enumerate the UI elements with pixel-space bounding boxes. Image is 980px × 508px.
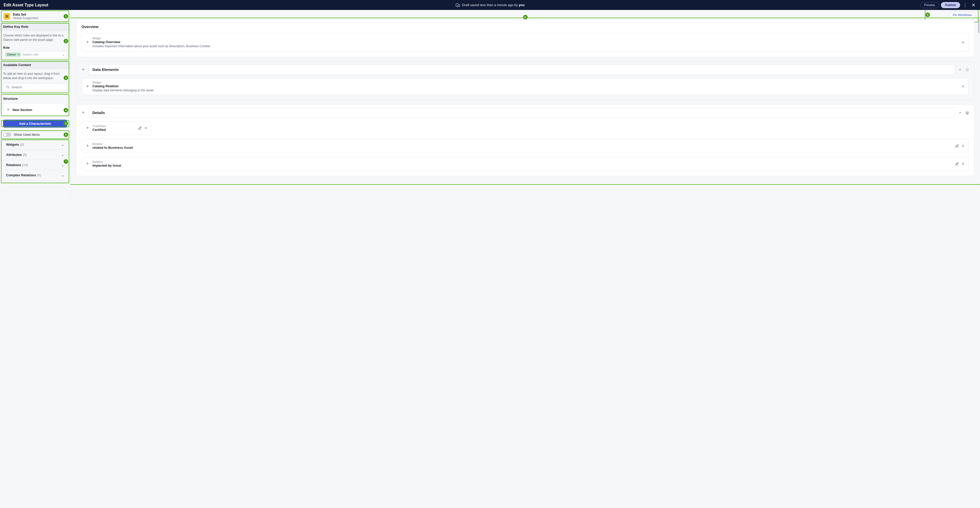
show-used-items-row[interactable]: Show Used Items [0, 130, 70, 139]
app-header: Edit Asset Type Layout Draft saved less … [0, 0, 980, 10]
edit-icon[interactable] [955, 162, 959, 165]
edit-icon[interactable] [955, 144, 959, 148]
page-title: Edit Asset Type Layout [3, 3, 48, 7]
section-title-details[interactable]: Details [89, 108, 955, 117]
define-key-role-helper: Choose which roles are displayed in the … [3, 33, 67, 42]
add-characteristic-button[interactable]: Add a Characteristic [3, 120, 67, 128]
section-data-elements: Data Elements [76, 61, 974, 100]
asset-name: Data Set [13, 13, 38, 16]
drag-icon [6, 108, 10, 111]
svg-point-3 [6, 86, 8, 88]
widget-kind: Widget [92, 37, 211, 40]
accordion-complex-relations[interactable]: Complex Relations (0) ⌄ [3, 170, 67, 180]
detail-title: related to Business Asset [92, 146, 133, 149]
search-input[interactable] [11, 85, 64, 89]
kebab-icon: ⋮ [963, 2, 967, 8]
role-label: Role [3, 46, 67, 49]
section-details: Details [76, 104, 974, 176]
cloud-icon [455, 3, 460, 7]
app-body: Data Set Global Assignment 1 Define Key … [0, 10, 980, 200]
new-section-label: New Section [13, 108, 32, 112]
remove-chip-icon[interactable]: ✕ [18, 53, 20, 56]
draft-status-text: Draft saved less than a minute ago by [462, 3, 519, 7]
remove-icon[interactable]: ✕ [961, 144, 965, 148]
publish-button[interactable]: Publish [941, 2, 960, 8]
define-key-role-header: Define Key Role [0, 22, 70, 31]
new-section-card[interactable]: New Section [3, 103, 67, 117]
preview-button[interactable]: Preview [920, 2, 939, 8]
drag-icon[interactable] [86, 162, 89, 165]
remove-icon[interactable]: ✕ [144, 126, 148, 130]
svg-line-4 [8, 88, 9, 89]
draft-author: you [519, 3, 525, 7]
edit-icon[interactable] [138, 126, 142, 130]
role-select[interactable]: Owner ✕ Select role ⌄ [3, 51, 67, 58]
header-actions: Preview Publish ⋮ ✕ [920, 2, 977, 8]
chevron-down-icon: ⌄ [61, 143, 64, 146]
collapse-icon[interactable] [958, 111, 962, 114]
detail-kind: Relation [92, 142, 133, 145]
search-icon [6, 85, 10, 89]
svg-rect-2 [8, 15, 8, 17]
close-button[interactable]: ✕ [970, 2, 977, 8]
remove-widget-icon[interactable]: ✕ [961, 84, 965, 89]
role-chip-owner[interactable]: Owner ✕ [5, 52, 21, 57]
svg-rect-1 [6, 15, 7, 17]
pin-workflows-button[interactable]: Pin Workflows [949, 12, 975, 18]
chevron-down-icon: ⌄ [62, 52, 65, 56]
remove-icon[interactable]: ✕ [961, 162, 965, 166]
widget-desc: Display data elements belonging to the a… [92, 89, 154, 92]
close-icon: ✕ [972, 2, 975, 8]
detail-kind: True/False [92, 124, 106, 128]
asset-assignment: Global Assignment [13, 16, 38, 20]
accordion-attributes[interactable]: Attributes (5) ⌄ [3, 150, 67, 160]
widget-title: Catalog Relation [92, 84, 154, 88]
sidebar: Data Set Global Assignment 1 Define Key … [0, 10, 70, 200]
detail-item-certified[interactable]: True/False Certified ✕ [82, 121, 151, 135]
more-menu-button[interactable]: ⋮ [962, 2, 968, 8]
detail-item-related-business-asset[interactable]: Relation related to Business Asset ✕ [82, 139, 969, 153]
detail-item-impacted-by-issue[interactable]: Relation impacted by Issue ✕ [82, 157, 969, 171]
structure-heading: Structure [0, 94, 70, 103]
collapse-icon[interactable] [958, 68, 962, 71]
draft-status: Draft saved less than a minute ago by yo… [455, 3, 525, 7]
chevron-down-icon: ⌄ [61, 163, 64, 167]
svg-rect-0 [6, 15, 6, 17]
drag-icon[interactable] [86, 144, 89, 148]
drag-icon[interactable] [86, 85, 89, 88]
remove-widget-icon[interactable]: ✕ [961, 40, 965, 44]
drag-icon[interactable] [81, 68, 85, 71]
drag-icon[interactable] [81, 111, 85, 114]
widget-desc: Includes important information about you… [92, 44, 211, 48]
delete-icon[interactable] [966, 68, 969, 71]
asset-header: Data Set Global Assignment [0, 10, 70, 22]
accordion-widgets[interactable]: Widgets (0) ⌄ [3, 139, 67, 150]
available-content-helper: To add an item to your layout, drag it f… [3, 72, 67, 81]
show-used-items-label: Show Used Items [14, 133, 40, 137]
available-content-header: Available Content [0, 61, 70, 69]
chevron-down-icon: ⌄ [61, 173, 64, 177]
drag-icon[interactable] [86, 41, 89, 44]
detail-kind: Relation [92, 160, 121, 163]
main-canvas-area: Pin Workflows 9 Overview Widget [70, 10, 980, 200]
widget-catalog-relation[interactable]: Widget Catalog Relation Display data ele… [82, 78, 969, 95]
role-placeholder: Select role [22, 52, 60, 56]
search-box[interactable] [3, 83, 67, 91]
section-title-data-elements[interactable]: Data Elements [89, 65, 955, 75]
chevron-down-icon: ⌄ [61, 153, 64, 157]
detail-title: impacted by Issue [92, 164, 121, 167]
drag-icon[interactable] [86, 126, 89, 130]
widget-catalog-overview[interactable]: Widget Catalog Overview Includes importa… [81, 33, 969, 52]
show-used-items-toggle[interactable] [3, 133, 11, 137]
dataset-icon [3, 13, 10, 20]
section-overview-title: Overview [76, 20, 974, 33]
widget-kind: Widget [92, 81, 154, 84]
detail-title: Certified [92, 128, 106, 132]
delete-icon[interactable] [966, 111, 969, 114]
accordion-relations[interactable]: Relations (14) ⌄ [3, 160, 67, 170]
section-overview: Overview Widget Catalog Overview Include… [76, 20, 974, 57]
widget-title: Catalog Overview [92, 40, 211, 44]
